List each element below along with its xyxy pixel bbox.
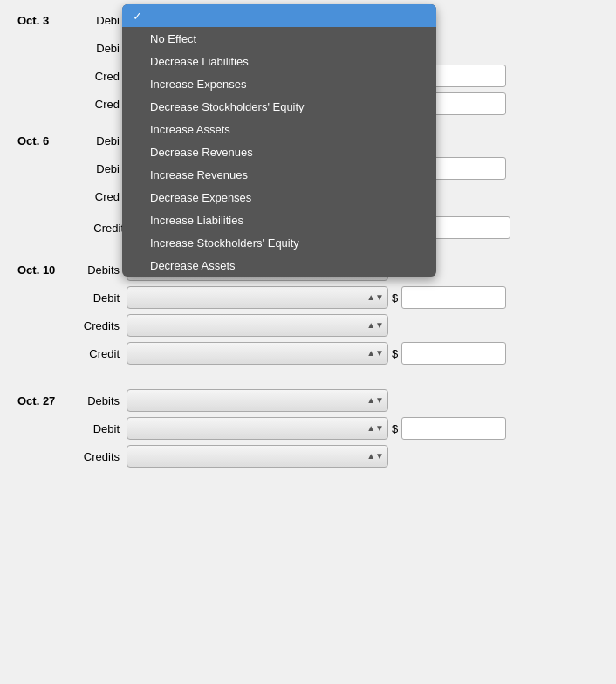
dropdown-item-decrease-revenues[interactable]: Decrease Revenues [122,140,436,163]
section-oct27: Oct. 27 Debits ▲▼ Debit ▲▼ $ [17,389,599,473]
dropdown-item-decrease-liabilities-label: Decrease Liabilities [150,55,249,68]
label-debi2: Debi [70,42,127,55]
date-oct3: Oct. 3 [17,9,70,27]
label-oct6-debi1: Debi [70,134,127,147]
dollar-sign6: $ [392,347,398,360]
row-oct10-credit: Credit ▲▼ $ [70,342,594,365]
dropdown-item-increase-revenues-label: Increase Revenues [150,168,248,181]
label-oct27-debit: Debit [70,422,127,435]
select-oct10-credit[interactable]: ▲▼ [127,342,388,365]
checkmark-icon: ✓ [133,10,147,23]
select-input-oct27-credits[interactable] [127,445,388,468]
dropdown-item-decrease-assets-label: Decrease Assets [150,259,236,272]
dropdown-item-increase-assets[interactable]: Increase Assets [122,118,436,140]
label-oct10-debit: Debit [70,291,127,304]
dropdown-item-decrease-stockholders[interactable]: Decrease Stockholders' Equity [122,95,436,118]
dropdown-item-decrease-assets[interactable]: Decrease Assets [122,254,436,277]
row-oct10-debit: Debit ▲▼ $ [70,286,594,309]
dollar-sign5: $ [392,291,398,304]
label-oct10-debits: Debits [70,263,127,277]
dropdown-item-increase-liabilities-label: Increase Liabilities [150,214,243,227]
select-input-oct10-credits[interactable] [127,314,388,337]
dollar-input-oct10-credit[interactable] [401,342,506,365]
dropdown-item-decrease-expenses[interactable]: Decrease Expenses [122,186,436,209]
select-oct27-credits[interactable]: ▲▼ [127,445,388,468]
date-oct6: Oct. 6 [17,129,70,147]
rows-oct27: Debits ▲▼ Debit ▲▼ $ Credit [70,389,594,473]
dollar-input-oct10-debit[interactable] [401,286,506,309]
dropdown-menu: ✓ No Effect Decrease Liabilities Increas… [122,4,436,277]
dollar-input-oct27-debit[interactable] [401,417,506,440]
dropdown-item-decrease-liabilities[interactable]: Decrease Liabilities [122,50,436,72]
select-input-oct27-debits[interactable] [127,389,388,412]
label-oct10-credits: Credits [70,319,127,332]
dropdown-item-decrease-stockholders-label: Decrease Stockholders' Equity [150,100,305,113]
dropdown-item-increase-expenses-label: Increase Expenses [150,78,247,91]
label-cred2: Cred [70,98,127,111]
select-input-oct27-debit[interactable] [127,417,388,440]
select-input-oct10-debit[interactable] [127,286,388,309]
dropdown-item-increase-revenues[interactable]: Increase Revenues [122,163,436,186]
date-oct27: Oct. 27 [17,389,70,407]
select-oct27-debit[interactable]: ▲▼ [127,417,388,440]
dropdown-item-selected[interactable]: ✓ [122,4,436,27]
dropdown-item-decrease-revenues-label: Decrease Revenues [150,146,253,159]
dropdown-item-increase-assets-label: Increase Assets [150,123,230,136]
label-debi1: Debi [70,14,127,27]
select-oct10-debit[interactable]: ▲▼ [127,286,388,309]
main-container: Oct. 3 Debi ▲▼ Debi ▲▼ [0,0,616,490]
dropdown-item-decrease-expenses-label: Decrease Expenses [150,191,251,204]
dollar-sign7: $ [392,422,398,435]
row-oct10-credits: Credits ▲▼ [70,314,594,337]
date-oct10: Oct. 10 [17,258,70,277]
select-oct27-debits[interactable]: ▲▼ [127,389,388,412]
select-oct10-credits[interactable]: ▲▼ [127,314,388,337]
label-oct6-debi2: Debi [70,162,127,175]
label-oct10-credit: Credit [70,347,127,360]
select-input-oct10-credit[interactable] [127,342,388,365]
label-cred1: Cred [70,70,127,83]
dropdown-item-no-effect-label: No Effect [150,32,196,45]
dropdown-item-increase-liabilities[interactable]: Increase Liabilities [122,209,436,231]
label-oct27-debits: Debits [70,394,127,407]
row-oct27-debits: Debits ▲▼ [70,389,594,412]
label-oct27-credits: Credits [70,450,127,463]
dropdown-item-increase-expenses[interactable]: Increase Expenses [122,72,436,95]
dropdown-item-increase-stockholders-label: Increase Stockholders' Equity [150,236,299,250]
dropdown-item-increase-stockholders[interactable]: Increase Stockholders' Equity [122,231,436,254]
dropdown-item-no-effect[interactable]: No Effect [122,27,436,50]
row-oct27-credits: Credits ▲▼ [70,445,594,468]
row-oct27-debit: Debit ▲▼ $ [70,417,594,440]
label-oct6-cred1: Cred [70,190,127,203]
